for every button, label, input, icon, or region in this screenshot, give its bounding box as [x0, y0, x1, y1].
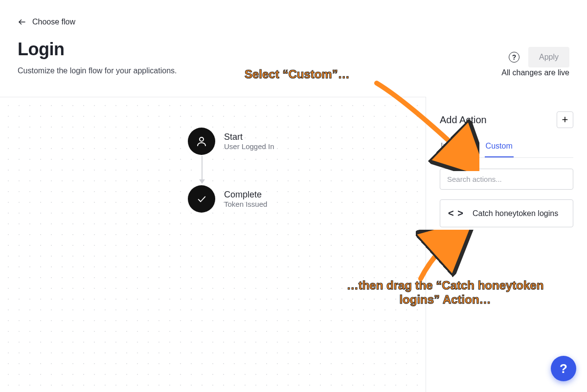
tab-custom[interactable]: Custom — [485, 142, 514, 157]
check-icon — [188, 185, 215, 213]
plus-icon: + — [562, 114, 568, 125]
add-action-button[interactable]: + — [557, 111, 573, 128]
panel-tabs: Installed Custom — [440, 142, 573, 158]
breadcrumb-back[interactable]: Choose flow — [18, 18, 75, 26]
page-title: Login — [18, 39, 499, 60]
status-text: All changes are live — [501, 68, 569, 77]
action-card-catch-honeytoken[interactable]: < > Catch honeytoken logins — [440, 199, 573, 227]
flow-node-complete[interactable]: Complete Token Issued — [188, 185, 274, 213]
user-icon — [188, 128, 215, 155]
arrow-left-icon — [18, 18, 26, 26]
page-subtitle: Customize the login flow for your applic… — [18, 66, 499, 75]
tab-installed[interactable]: Installed — [440, 142, 471, 157]
add-action-panel: Add Action + Installed Custom < > Catch … — [426, 97, 587, 392]
node-sub: Token Issued — [224, 200, 267, 208]
floating-help-button[interactable]: ? — [551, 356, 576, 381]
flow-connector — [202, 156, 203, 183]
help-icon[interactable]: ? — [509, 52, 519, 63]
breadcrumb-label: Choose flow — [32, 18, 75, 26]
apply-button[interactable]: Apply — [528, 47, 569, 67]
action-card-title: Catch honeytoken logins — [473, 208, 558, 219]
node-title: Complete — [224, 190, 267, 200]
code-icon: < > — [448, 208, 464, 219]
svg-point-1 — [200, 137, 203, 141]
node-sub: User Logged In — [224, 142, 274, 151]
node-title: Start — [224, 132, 274, 142]
question-icon: ? — [560, 361, 567, 376]
flow-node-start[interactable]: Start User Logged In — [188, 128, 274, 155]
search-actions-input[interactable] — [440, 169, 573, 190]
panel-title: Add Action — [440, 114, 487, 126]
